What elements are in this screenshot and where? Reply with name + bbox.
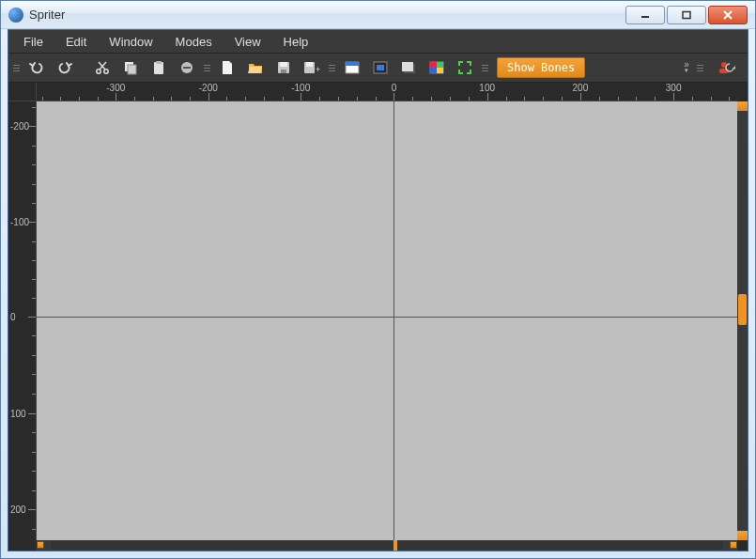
new-button[interactable] [214, 55, 240, 80]
svg-rect-15 [280, 62, 287, 67]
menu-help[interactable]: Help [272, 32, 320, 52]
menu-window[interactable]: Window [98, 32, 163, 52]
svg-rect-1 [683, 11, 690, 18]
save-as-icon: + [303, 60, 320, 75]
copy-button[interactable] [117, 55, 144, 80]
display-shadow-icon [401, 60, 416, 75]
canvas[interactable] [37, 101, 737, 540]
display-mode-4-button[interactable] [424, 55, 450, 80]
axis-vertical [393, 101, 394, 540]
toolbar-grip[interactable] [204, 56, 210, 79]
menubar: File Edit Window Modes View Help [8, 30, 748, 53]
scroll-h-cap-right[interactable] [730, 541, 737, 549]
scroll-h-thumb[interactable] [51, 541, 723, 550]
toolbar-grip[interactable] [697, 56, 703, 79]
paste-icon [151, 60, 166, 75]
svg-rect-11 [156, 61, 162, 64]
fullscreen-icon [457, 60, 472, 75]
ruler-h-label: -300 [106, 83, 125, 93]
scroll-v-cap-top[interactable] [737, 101, 748, 111]
display-top-icon [345, 60, 360, 75]
scroll-h-origin-marker [393, 540, 397, 551]
display-color-icon [429, 60, 444, 75]
svg-rect-13 [183, 67, 191, 69]
scrollbar-horizontal[interactable] [37, 540, 737, 551]
fullscreen-button[interactable] [452, 55, 478, 80]
svg-rect-28 [437, 62, 443, 68]
axis-horizontal [37, 317, 737, 318]
redo-icon [56, 60, 73, 75]
svg-rect-16 [281, 70, 286, 73]
minimize-button[interactable] [625, 6, 665, 24]
character-map-icon [718, 60, 735, 75]
ruler-h-label: 100 [479, 83, 495, 93]
maximize-button[interactable] [667, 6, 706, 24]
scroll-v-thumb[interactable] [738, 294, 747, 325]
svg-rect-9 [128, 65, 136, 74]
ruler-corner [8, 83, 37, 101]
menu-file[interactable]: File [12, 32, 54, 52]
menu-modes[interactable]: Modes [164, 32, 224, 52]
ruler-h-label: -100 [291, 83, 310, 93]
svg-line-6 [100, 62, 106, 70]
app-title: Spriter [29, 8, 624, 22]
save-icon [276, 60, 291, 75]
paste-button[interactable] [146, 55, 172, 80]
ruler-horizontal[interactable]: -300-200-1000100200300 [37, 83, 737, 101]
toolbar-grip[interactable] [13, 56, 20, 79]
ruler-v-label: 200 [10, 505, 26, 515]
display-center-icon [373, 60, 388, 75]
copy-icon [123, 60, 138, 75]
delete-button[interactable] [174, 55, 200, 80]
ruler-v-label: -100 [10, 217, 29, 227]
open-button[interactable] [242, 55, 269, 80]
save-button[interactable] [270, 55, 297, 80]
svg-rect-23 [377, 65, 384, 70]
display-mode-3-button[interactable] [395, 55, 422, 80]
display-mode-1-button[interactable] [339, 55, 365, 80]
workspace: -300-200-1000100200300 -200-1000100200 [8, 83, 748, 551]
show-bones-label: Show Bones [507, 61, 575, 74]
scrollbar-vertical[interactable] [737, 101, 748, 540]
svg-rect-29 [430, 68, 437, 73]
close-button[interactable] [708, 6, 748, 24]
toolbar: + Show Bones »▾ [8, 53, 748, 83]
svg-rect-27 [430, 62, 437, 68]
menu-view[interactable]: View [224, 32, 272, 52]
scroll-v-cap-bottom[interactable] [737, 531, 748, 540]
saveas-button[interactable]: + [299, 55, 325, 80]
titlebar[interactable]: Spriter [1, 1, 755, 29]
svg-rect-30 [437, 68, 443, 73]
app-icon [8, 8, 23, 23]
ruler-h-label: 0 [392, 83, 397, 93]
ruler-h-label: -200 [199, 83, 218, 93]
redo-button[interactable] [52, 55, 78, 80]
delete-icon [179, 60, 194, 75]
svg-rect-25 [402, 62, 413, 71]
new-file-icon [220, 60, 235, 75]
toolbar-grip[interactable] [329, 56, 335, 79]
svg-rect-18 [306, 62, 313, 67]
display-mode-2-button[interactable] [367, 55, 393, 80]
ruler-h-label: 300 [666, 83, 682, 93]
toolbar-grip[interactable] [482, 56, 488, 79]
ruler-vertical[interactable]: -200-1000100200 [8, 101, 37, 540]
ruler-h-label: 200 [573, 83, 589, 93]
canvas-viewport[interactable] [37, 101, 737, 540]
window-frame: Spriter File Edit Window Modes View Help [0, 0, 756, 559]
svg-rect-21 [346, 62, 359, 66]
undo-icon [28, 60, 45, 75]
ruler-v-label: -200 [10, 121, 29, 132]
ruler-v-label: 0 [10, 311, 16, 321]
open-folder-icon [248, 60, 263, 75]
cut-button[interactable] [89, 55, 116, 80]
svg-text:+: + [316, 65, 320, 74]
show-bones-button[interactable]: Show Bones [497, 57, 585, 78]
cut-icon [95, 60, 110, 75]
undo-button[interactable] [23, 55, 50, 80]
menu-edit[interactable]: Edit [54, 32, 98, 52]
character-map-button[interactable] [714, 55, 740, 80]
scroll-h-cap-left[interactable] [37, 541, 44, 549]
toolbar-overflow[interactable]: »▾ [681, 56, 692, 79]
window-controls [624, 6, 748, 24]
